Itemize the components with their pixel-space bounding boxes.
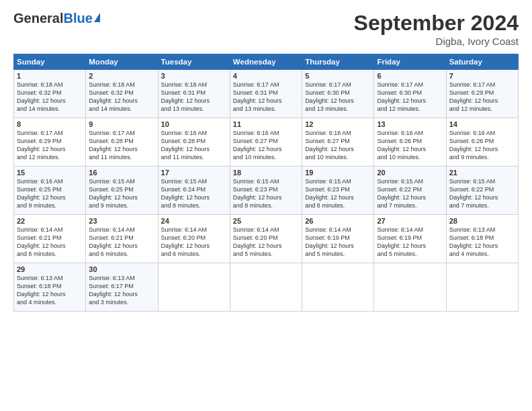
day-number: 11: [233, 120, 299, 128]
calendar-cell: 19Sunrise: 6:15 AMSunset: 6:23 PMDayligh…: [302, 167, 374, 215]
calendar-page: General Blue September 2024 Digba, Ivory…: [0, 0, 532, 411]
day-info: Sunrise: 6:17 AMSunset: 6:31 PMDaylight:…: [233, 81, 282, 112]
header-monday: Monday: [86, 54, 158, 70]
day-number: 2: [89, 72, 154, 80]
calendar-cell: [446, 263, 518, 312]
day-info: Sunrise: 6:17 AMSunset: 6:30 PMDaylight:…: [377, 81, 426, 112]
calendar-cell: 6Sunrise: 6:17 AMSunset: 6:30 PMDaylight…: [374, 70, 446, 118]
calendar-cell: 1Sunrise: 6:18 AMSunset: 6:32 PMDaylight…: [14, 70, 86, 118]
day-info: Sunrise: 6:14 AMSunset: 6:21 PMDaylight:…: [89, 226, 138, 257]
day-info: Sunrise: 6:16 AMSunset: 6:26 PMDaylight:…: [377, 130, 426, 161]
calendar-cell: 25Sunrise: 6:14 AMSunset: 6:20 PMDayligh…: [230, 215, 302, 263]
day-info: Sunrise: 6:13 AMSunset: 6:18 PMDaylight:…: [17, 275, 66, 306]
day-info: Sunrise: 6:13 AMSunset: 6:17 PMDaylight:…: [89, 275, 138, 306]
calendar-cell: [158, 263, 230, 312]
day-number: 8: [17, 120, 83, 128]
day-number: 10: [161, 120, 227, 128]
calendar-cell: 16Sunrise: 6:15 AMSunset: 6:25 PMDayligh…: [86, 167, 158, 215]
days-header-row: Sunday Monday Tuesday Wednesday Thursday…: [14, 54, 519, 70]
calendar-cell: 15Sunrise: 6:16 AMSunset: 6:25 PMDayligh…: [14, 167, 86, 215]
day-number: 24: [161, 217, 227, 225]
day-info: Sunrise: 6:16 AMSunset: 6:26 PMDaylight:…: [449, 130, 498, 161]
day-number: 16: [89, 169, 154, 177]
day-info: Sunrise: 6:16 AMSunset: 6:28 PMDaylight:…: [161, 130, 210, 161]
day-number: 4: [233, 72, 299, 80]
calendar-cell: 24Sunrise: 6:14 AMSunset: 6:20 PMDayligh…: [158, 215, 230, 263]
calendar-cell: 5Sunrise: 6:17 AMSunset: 6:30 PMDaylight…: [302, 70, 374, 118]
week-row-1: 1Sunrise: 6:18 AMSunset: 6:32 PMDaylight…: [14, 70, 519, 118]
week-row-5: 29Sunrise: 6:13 AMSunset: 6:18 PMDayligh…: [14, 263, 519, 312]
calendar-cell: 9Sunrise: 6:17 AMSunset: 6:28 PMDaylight…: [86, 118, 158, 167]
day-info: Sunrise: 6:16 AMSunset: 6:27 PMDaylight:…: [305, 130, 354, 161]
header-tuesday: Tuesday: [158, 54, 230, 70]
day-number: 27: [377, 217, 443, 225]
day-number: 20: [377, 169, 443, 177]
calendar-cell: 13Sunrise: 6:16 AMSunset: 6:26 PMDayligh…: [374, 118, 446, 167]
day-info: Sunrise: 6:17 AMSunset: 6:30 PMDaylight:…: [305, 81, 354, 112]
calendar-cell: [302, 263, 374, 312]
header-saturday: Saturday: [446, 54, 518, 70]
day-info: Sunrise: 6:15 AMSunset: 6:22 PMDaylight:…: [449, 178, 498, 209]
day-number: 13: [377, 120, 443, 128]
day-number: 26: [305, 217, 371, 225]
day-number: 23: [89, 217, 154, 225]
logo-general: General: [13, 11, 63, 26]
day-info: Sunrise: 6:17 AMSunset: 6:28 PMDaylight:…: [89, 130, 138, 161]
day-info: Sunrise: 6:15 AMSunset: 6:22 PMDaylight:…: [377, 178, 426, 209]
header-sunday: Sunday: [14, 54, 86, 70]
day-number: 17: [161, 169, 227, 177]
calendar-cell: 20Sunrise: 6:15 AMSunset: 6:22 PMDayligh…: [374, 167, 446, 215]
calendar-cell: [374, 263, 446, 312]
day-number: 19: [305, 169, 371, 177]
day-info: Sunrise: 6:18 AMSunset: 6:32 PMDaylight:…: [17, 81, 66, 112]
day-info: Sunrise: 6:14 AMSunset: 6:20 PMDaylight:…: [233, 226, 282, 257]
day-info: Sunrise: 6:14 AMSunset: 6:19 PMDaylight:…: [305, 226, 354, 257]
calendar-cell: 14Sunrise: 6:16 AMSunset: 6:26 PMDayligh…: [446, 118, 518, 167]
day-number: 7: [449, 72, 515, 80]
calendar-cell: 22Sunrise: 6:14 AMSunset: 6:21 PMDayligh…: [14, 215, 86, 263]
calendar-cell: 30Sunrise: 6:13 AMSunset: 6:17 PMDayligh…: [86, 263, 158, 312]
day-info: Sunrise: 6:15 AMSunset: 6:23 PMDaylight:…: [233, 178, 282, 209]
week-row-2: 8Sunrise: 6:17 AMSunset: 6:29 PMDaylight…: [14, 118, 519, 167]
calendar-cell: 7Sunrise: 6:17 AMSunset: 6:29 PMDaylight…: [446, 70, 518, 118]
calendar-cell: 3Sunrise: 6:18 AMSunset: 6:31 PMDaylight…: [158, 70, 230, 118]
day-number: 6: [377, 72, 443, 80]
logo: General Blue: [13, 11, 100, 26]
header-thursday: Thursday: [302, 54, 374, 70]
day-info: Sunrise: 6:17 AMSunset: 6:29 PMDaylight:…: [449, 81, 498, 112]
calendar-cell: 23Sunrise: 6:14 AMSunset: 6:21 PMDayligh…: [86, 215, 158, 263]
day-info: Sunrise: 6:16 AMSunset: 6:25 PMDaylight:…: [17, 178, 66, 209]
title-block: September 2024 Digba, Ivory Coast: [354, 11, 519, 47]
day-number: 5: [305, 72, 371, 80]
day-number: 12: [305, 120, 371, 128]
day-number: 14: [449, 120, 515, 128]
logo-blue: Blue: [63, 11, 92, 26]
week-row-3: 15Sunrise: 6:16 AMSunset: 6:25 PMDayligh…: [14, 167, 519, 215]
day-info: Sunrise: 6:14 AMSunset: 6:20 PMDaylight:…: [161, 226, 210, 257]
day-number: 25: [233, 217, 299, 225]
day-number: 15: [17, 169, 83, 177]
day-number: 22: [17, 217, 83, 225]
calendar-cell: 18Sunrise: 6:15 AMSunset: 6:23 PMDayligh…: [230, 167, 302, 215]
month-title: September 2024: [354, 11, 519, 36]
day-number: 30: [89, 265, 154, 273]
calendar-cell: 27Sunrise: 6:14 AMSunset: 6:19 PMDayligh…: [374, 215, 446, 263]
day-number: 18: [233, 169, 299, 177]
calendar-cell: 29Sunrise: 6:13 AMSunset: 6:18 PMDayligh…: [14, 263, 86, 312]
calendar-cell: 8Sunrise: 6:17 AMSunset: 6:29 PMDaylight…: [14, 118, 86, 167]
day-number: 29: [17, 265, 83, 273]
calendar-cell: 26Sunrise: 6:14 AMSunset: 6:19 PMDayligh…: [302, 215, 374, 263]
calendar-cell: 17Sunrise: 6:15 AMSunset: 6:24 PMDayligh…: [158, 167, 230, 215]
calendar-cell: 4Sunrise: 6:17 AMSunset: 6:31 PMDaylight…: [230, 70, 302, 118]
week-row-4: 22Sunrise: 6:14 AMSunset: 6:21 PMDayligh…: [14, 215, 519, 263]
location: Digba, Ivory Coast: [354, 36, 519, 47]
calendar-cell: 2Sunrise: 6:18 AMSunset: 6:32 PMDaylight…: [86, 70, 158, 118]
day-number: 21: [449, 169, 515, 177]
day-info: Sunrise: 6:17 AMSunset: 6:29 PMDaylight:…: [17, 130, 66, 161]
calendar-cell: 11Sunrise: 6:16 AMSunset: 6:27 PMDayligh…: [230, 118, 302, 167]
header-friday: Friday: [374, 54, 446, 70]
calendar-cell: 28Sunrise: 6:13 AMSunset: 6:18 PMDayligh…: [446, 215, 518, 263]
day-number: 1: [17, 72, 83, 80]
calendar-table: Sunday Monday Tuesday Wednesday Thursday…: [13, 54, 519, 312]
day-info: Sunrise: 6:15 AMSunset: 6:24 PMDaylight:…: [161, 178, 210, 209]
